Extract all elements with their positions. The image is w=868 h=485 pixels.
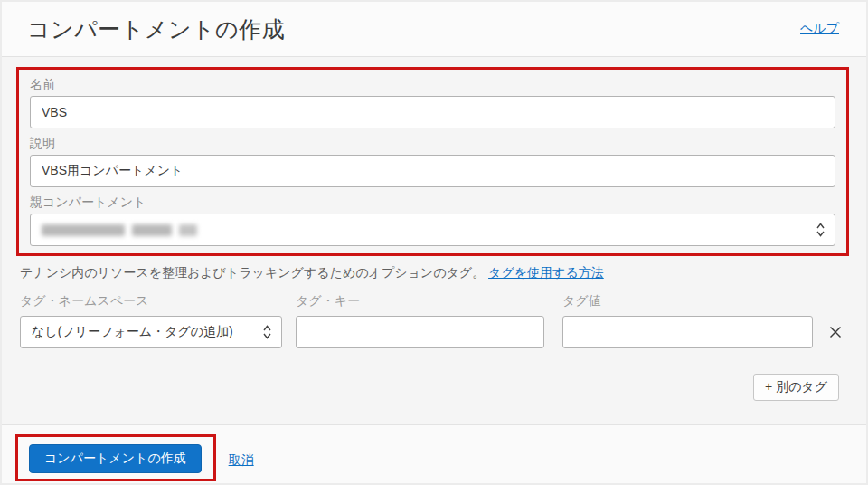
page-title: コンパートメントの作成 (27, 14, 285, 44)
parent-compartment-label: 親コンパートメント (30, 195, 835, 210)
tag-namespace-selected-value: なし(フリーフォーム・タグの追加) (32, 324, 233, 340)
dialog-footer: コンパートメントの作成 取消 (2, 424, 866, 483)
help-link[interactable]: ヘルプ (800, 21, 839, 37)
add-tag-row: + 別のタグ (20, 374, 839, 401)
tags-intro-text: テナンシ内のリソースを整理およびトラッキングするためのオプションのタグ。 (20, 265, 485, 280)
tag-row: なし(フリーフォーム・タグの追加) (20, 316, 848, 348)
tags-intro: テナンシ内のリソースを整理およびトラッキングするためのオプションのタグ。 タグを… (20, 263, 848, 281)
redacted-text-block (179, 224, 197, 236)
annotation-box-create-button: コンパートメントの作成 (15, 434, 216, 481)
description-label: 説明 (30, 136, 835, 151)
name-input[interactable] (30, 96, 835, 128)
annotation-box-form: 名前 説明 親コンパートメント (16, 67, 849, 256)
tag-column-labels: タグ・ネームスペース タグ・キー タグ値 (20, 293, 848, 309)
tags-howto-link[interactable]: タグを使用する方法 (488, 265, 604, 280)
dialog-header: コンパートメントの作成 ヘルプ (2, 2, 866, 57)
redacted-text-block (42, 224, 125, 236)
create-compartment-dialog: コンパートメントの作成 ヘルプ 名前 説明 親コンパートメント (0, 0, 868, 485)
tag-namespace-label: タグ・ネームスペース (20, 293, 282, 309)
chevron-up-down-icon (262, 324, 272, 340)
description-input[interactable] (30, 155, 835, 187)
tag-key-label: タグ・キー (296, 293, 544, 309)
add-tag-button[interactable]: + 別のタグ (753, 374, 839, 401)
redacted-parent-value (42, 224, 197, 236)
tag-key-input[interactable] (296, 316, 544, 348)
tag-value-label: タグ値 (562, 293, 813, 309)
chevron-up-down-icon (816, 222, 826, 238)
redacted-text-block (132, 224, 172, 236)
tag-value-input[interactable] (562, 316, 813, 348)
parent-compartment-select[interactable] (30, 214, 835, 246)
dialog-body: 名前 説明 親コンパートメント テナンシ内のリソースを整理およびトラッキングする… (2, 57, 866, 401)
remove-tag-button[interactable] (826, 322, 845, 342)
create-compartment-button[interactable]: コンパートメントの作成 (29, 444, 202, 473)
x-mark-icon (828, 325, 843, 339)
tag-namespace-select[interactable]: なし(フリーフォーム・タグの追加) (20, 316, 282, 348)
name-label: 名前 (30, 77, 835, 92)
cancel-link[interactable]: 取消 (229, 452, 254, 469)
